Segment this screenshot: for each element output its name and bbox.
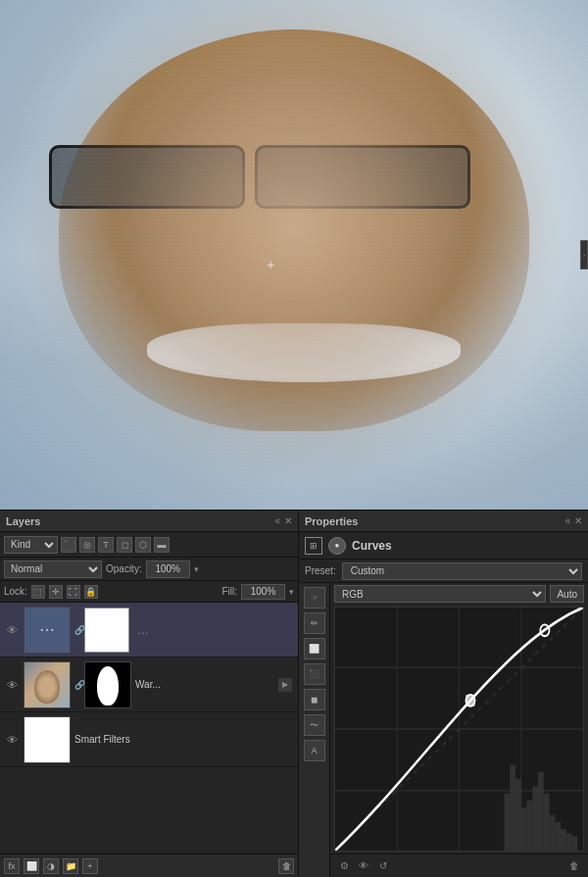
layer-visibility-toggle[interactable]: 👁 (4, 677, 20, 693)
layers-close-button[interactable]: ✕ (284, 515, 292, 526)
properties-panel-title: Properties (305, 515, 358, 527)
curve-pencil-tool[interactable]: ✏ (304, 612, 325, 634)
curves-settings-icon[interactable]: ⚙ (336, 858, 352, 874)
curves-svg (335, 608, 583, 851)
curve-smooth-tool[interactable]: 〜 (304, 714, 325, 736)
layers-lock-row: Lock: ⬚ ✛ ⛶ 🔒 Fill: ▾ (0, 581, 298, 603)
layer-options-button[interactable]: … (133, 621, 153, 639)
adjustment-thumbnail: ⋯ (24, 608, 70, 653)
curves-main-area: ☞ ✏ ⬜ ⬛ ◼ 〜 A RGB Red Green Blue (299, 583, 588, 877)
preset-row: Preset: Custom Default Strong Contrast L… (299, 560, 588, 583)
curves-canvas[interactable] (334, 607, 584, 852)
opacity-label: Opacity: (106, 563, 142, 574)
curve-text-tool[interactable]: A (304, 740, 325, 761)
layer-pixel-icon[interactable]: ⬛ (61, 537, 76, 553)
add-fx-button[interactable]: fx (4, 858, 20, 874)
lock-pixel-icon[interactable]: ⬚ (31, 585, 45, 599)
layer-visibility-toggle[interactable]: 👁 (4, 622, 20, 638)
layer-thumbnail (24, 661, 71, 708)
layer-type-icon[interactable]: T (98, 537, 114, 553)
svg-rect-14 (538, 772, 544, 851)
layers-bottom-toolbar: fx ⬜ ◑ 📁 + 🗑 (0, 853, 298, 877)
delete-layer-button[interactable]: 🗑 (278, 858, 294, 874)
properties-panel: Properties « ✕ ⊞ ● Curves Preset: Custom… (299, 510, 588, 877)
properties-panel-controls: « ✕ (564, 515, 582, 526)
eyedropper-black-tool[interactable]: ◼ (304, 689, 325, 710)
eyedropper-gray-tool[interactable]: ⬛ (304, 663, 325, 685)
svg-rect-18 (561, 829, 566, 851)
new-layer-button[interactable]: + (82, 858, 98, 874)
preset-select[interactable]: Custom Default Strong Contrast Linear Co… (342, 562, 582, 580)
blend-mode-select[interactable]: Normal (4, 560, 102, 578)
svg-rect-16 (550, 815, 556, 851)
crosshair-cursor: + (267, 257, 274, 272)
add-adjustment-button[interactable]: ◑ (43, 858, 59, 874)
collapse-button[interactable]: › (580, 240, 588, 269)
svg-rect-10 (515, 779, 521, 851)
layer-kind-select[interactable]: Kind (4, 536, 58, 554)
rgb-channel-row: RGB Red Green Blue Auto (330, 583, 588, 605)
layers-panel: Layers « ✕ Kind ⬛ ◎ T ◻ ⬡ ▬ Normal Opaci… (0, 510, 299, 877)
layer-adjustment-icon[interactable]: ◎ (79, 537, 95, 553)
canvas-image: + › (0, 0, 588, 510)
auto-button[interactable]: Auto (550, 585, 584, 603)
svg-rect-12 (527, 801, 533, 851)
panel-area: Layers « ✕ Kind ⬛ ◎ T ◻ ⬡ ▬ Normal Opaci… (0, 510, 588, 877)
layer-name: War... (135, 679, 278, 690)
layer-item[interactable]: 👁 ⋯ 🔗 … (0, 603, 298, 658)
layer-mask-thumbnail (84, 608, 129, 653)
svg-rect-19 (566, 833, 572, 851)
curves-reset-icon[interactable]: ↺ (375, 858, 391, 874)
svg-rect-11 (521, 807, 527, 851)
opacity-dropdown-icon[interactable]: ▾ (194, 564, 199, 574)
svg-rect-15 (544, 794, 550, 851)
face-overlay (0, 0, 588, 510)
curves-bottom-icons: ⚙ 👁 ↺ 🗑 (330, 853, 588, 877)
layers-panel-title: Layers (6, 515, 40, 527)
add-mask-button[interactable]: ⬜ (24, 858, 39, 874)
smart-thumbnail (24, 717, 70, 762)
curves-grid-icon: ⊞ (305, 537, 322, 555)
curves-visibility-toggle[interactable]: ● (328, 537, 346, 555)
opacity-input[interactable] (146, 560, 190, 578)
layer-thumbnail (24, 716, 71, 763)
curve-hand-tool[interactable]: ☞ (304, 587, 325, 609)
layer-thumbnail: ⋯ (24, 607, 71, 654)
new-group-button[interactable]: 📁 (63, 858, 78, 874)
layers-collapse-button[interactable]: « (274, 515, 280, 526)
layer-visibility-toggle[interactable]: 👁 (4, 732, 20, 748)
curves-delete-icon[interactable]: 🗑 (566, 858, 582, 874)
lock-all-icon[interactable]: 🔒 (84, 585, 98, 599)
svg-rect-17 (555, 822, 561, 851)
layer-smartobj-icon[interactable]: ⬡ (135, 537, 151, 553)
mask-thumbnail (85, 662, 130, 707)
svg-rect-9 (510, 764, 515, 851)
photo-thumbnail (24, 662, 70, 707)
channel-select[interactable]: RGB Red Green Blue (334, 585, 546, 603)
layer-scroll-indicator: ▶ (278, 678, 292, 692)
fill-dropdown-icon[interactable]: ▾ (289, 587, 294, 597)
curves-eye-icon[interactable]: 👁 (356, 858, 371, 874)
fill-label: Fill: (221, 586, 237, 597)
layer-shape-icon[interactable]: ◻ (117, 537, 132, 553)
layer-item[interactable]: 👁 🔗 War... ▶ (0, 658, 298, 712)
lock-label: Lock: (4, 586, 27, 597)
svg-rect-13 (532, 786, 538, 851)
svg-rect-23 (466, 695, 474, 706)
layer-mask-thumbnail (84, 661, 131, 708)
curves-header: ⊞ ● Curves (299, 532, 588, 560)
properties-collapse-button[interactable]: « (564, 515, 570, 526)
fill-input[interactable] (241, 584, 285, 600)
svg-rect-20 (572, 836, 578, 851)
eyedropper-white-tool[interactable]: ⬜ (304, 638, 325, 659)
curves-label: Curves (352, 539, 392, 553)
layers-panel-controls: « ✕ (274, 515, 292, 526)
layer-link-icon[interactable]: 🔗 (74, 680, 84, 690)
properties-panel-header: Properties « ✕ (299, 511, 588, 532)
lock-move-icon[interactable]: ✛ (49, 585, 63, 599)
layer-link-icon[interactable]: 🔗 (74, 625, 84, 635)
properties-close-button[interactable]: ✕ (574, 515, 582, 526)
layer-filter-icon[interactable]: ▬ (154, 537, 170, 553)
lock-artboard-icon[interactable]: ⛶ (67, 585, 80, 599)
layer-item[interactable]: 👁 Smart Filters (0, 712, 298, 767)
